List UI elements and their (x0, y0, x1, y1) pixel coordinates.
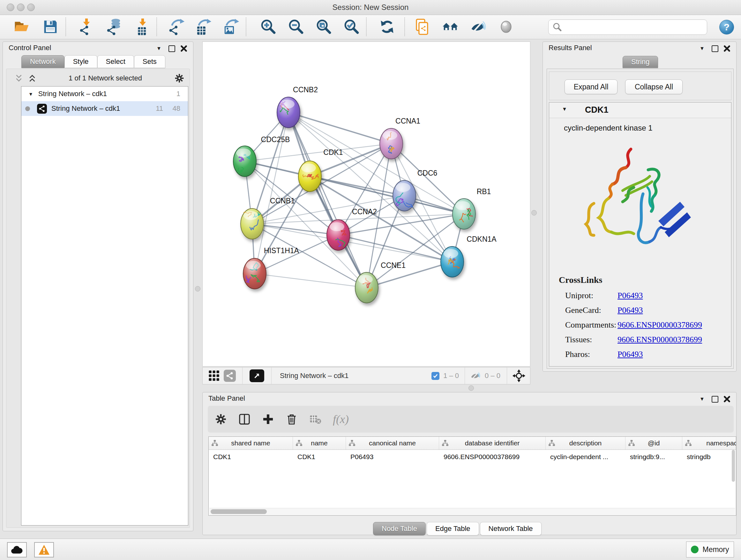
network-collection-row[interactable]: ▼ String Network – cdk1 1 (21, 86, 188, 101)
crosslink-value-link[interactable]: 9606.ENSP00000378699 (617, 335, 702, 345)
tree-expander-icon[interactable]: ▼ (28, 91, 33, 97)
hidden-eye-icon[interactable] (470, 370, 481, 381)
tab-network[interactable]: Network (21, 55, 64, 68)
show-grabbers-button[interactable] (496, 17, 516, 37)
table-cell[interactable]: stringdb (682, 450, 736, 464)
search-input[interactable] (564, 23, 704, 32)
help-button[interactable]: ? (719, 20, 734, 35)
save-session-button[interactable] (40, 17, 61, 37)
open-session-button[interactable] (11, 17, 32, 37)
column-header-namespace[interactable]: namespace (682, 437, 736, 449)
table-horizontal-scrollbar[interactable] (209, 508, 735, 515)
tab-node-table[interactable]: Node Table (373, 522, 426, 536)
memory-button[interactable]: Memory (686, 542, 734, 557)
gene-section-header[interactable]: ▼ CDK1 (549, 103, 731, 118)
horizontal-splitter-handle[interactable] (468, 385, 474, 391)
table-cell[interactable]: CDK1 (209, 450, 293, 464)
graph-edge[interactable] (367, 262, 452, 288)
collapse-all-button[interactable]: Collapse All (625, 79, 683, 94)
crosslink-value-link[interactable]: P06493 (617, 306, 643, 315)
grid-view-icon[interactable] (208, 370, 220, 381)
crosslink-value-link[interactable]: 9606.ENSP00000378699 (617, 320, 702, 330)
tab-network-table[interactable]: Network Table (480, 522, 542, 536)
show-all-button[interactable] (440, 17, 461, 37)
tab-edge-table[interactable]: Edge Table (427, 522, 479, 536)
column-header--id[interactable]: @id (625, 437, 682, 449)
create-column-plus-icon[interactable] (262, 413, 274, 425)
import-network-from-file-button[interactable] (76, 17, 97, 37)
warnings-button[interactable] (34, 542, 54, 557)
column-header-description[interactable]: description (546, 437, 625, 449)
graph-edge[interactable] (310, 176, 464, 214)
network-view-canvas[interactable]: CCNB2CCNA1CDC25BCDK1CDC6RB1CCNB1CCNA2CDK… (202, 42, 530, 367)
graph-node-CCNB2[interactable]: CCNB2 (277, 85, 318, 128)
crosslink-value-link[interactable]: P06493 (617, 291, 643, 300)
zoom-selected-button[interactable] (341, 17, 361, 37)
graph-edge[interactable] (252, 112, 288, 224)
export-network-button[interactable] (166, 17, 187, 37)
panel-menu-icon[interactable]: ▼ (697, 395, 707, 403)
refresh-view-button[interactable] (377, 17, 397, 37)
table-cell[interactable]: cyclin-dependent ... (546, 450, 625, 464)
panel-float-icon[interactable] (167, 44, 177, 53)
tab-string[interactable]: String (623, 56, 658, 68)
column-header-canonical-name[interactable]: canonical name (346, 437, 439, 449)
graph-node-HIST1H1A[interactable]: HIST1H1A (243, 246, 299, 289)
import-table-from-file-button[interactable] (132, 17, 153, 37)
panel-menu-icon[interactable]: ▼ (697, 44, 707, 53)
scrollbar-thumb[interactable] (732, 450, 735, 482)
table-cell[interactable]: 9606.ENSP00000378699 (439, 450, 546, 464)
zoom-in-button[interactable] (258, 17, 278, 37)
graph-node-CDKN1A[interactable]: CDKN1A (441, 235, 496, 277)
panel-close-icon[interactable] (179, 44, 189, 53)
scrollbar-thumb[interactable] (211, 509, 267, 514)
table-cell[interactable]: CDK1 (293, 450, 346, 464)
graph-node-RB1[interactable]: RB1 (453, 187, 491, 229)
network-options-gear-icon[interactable] (174, 73, 185, 83)
table-vertical-scrollbar[interactable] (731, 450, 736, 515)
network-row[interactable]: String Network – cdk1 11 48 (21, 101, 188, 116)
column-header-name[interactable]: name (293, 437, 346, 449)
table-row[interactable]: CDK1CDK1P064939606.ENSP00000378699cyclin… (209, 450, 736, 464)
graph-node-CCNA1[interactable]: CCNA1 (380, 117, 420, 159)
expand-all-button[interactable]: Expand All (564, 79, 617, 94)
export-table-button[interactable] (193, 17, 213, 37)
tab-select[interactable]: Select (97, 55, 134, 68)
delete-column-trash-icon[interactable] (286, 413, 298, 425)
right-splitter-handle[interactable] (531, 210, 537, 215)
left-splitter-handle[interactable] (195, 286, 200, 292)
expand-all-chevron-icon[interactable] (28, 74, 37, 82)
zoom-out-button[interactable] (286, 17, 306, 37)
birds-eye-view-button[interactable] (250, 369, 264, 382)
import-network-from-database-button[interactable] (104, 17, 124, 37)
column-header-shared-name[interactable]: shared name (209, 437, 293, 449)
graph-edge[interactable] (288, 112, 367, 288)
tab-sets[interactable]: Sets (134, 55, 165, 68)
clone-network-button[interactable] (412, 17, 432, 37)
table-cell[interactable]: P06493 (346, 450, 439, 464)
cloud-status-button[interactable] (7, 542, 27, 557)
table-cell[interactable]: stringdb:9... (625, 450, 682, 464)
pan-crosshair-icon[interactable] (512, 369, 526, 382)
hide-selected-button[interactable] (468, 17, 488, 37)
selected-checkbox-icon[interactable] (431, 372, 440, 380)
graph-node-CCNE1[interactable]: CCNE1 (355, 261, 406, 303)
zoom-fit-button[interactable] (313, 17, 334, 37)
panel-float-icon[interactable] (710, 44, 720, 53)
panel-close-icon[interactable] (722, 395, 732, 403)
graph-edge[interactable] (288, 112, 391, 144)
panel-close-icon[interactable] (722, 44, 732, 53)
collapse-all-chevron-icon[interactable] (15, 74, 23, 82)
network-share-icon[interactable] (224, 370, 236, 382)
tab-style[interactable]: Style (64, 55, 97, 68)
graph-edge[interactable] (255, 273, 367, 288)
table-settings-gear-icon[interactable] (215, 413, 227, 425)
export-image-button[interactable] (221, 17, 241, 37)
crosslink-value-link[interactable]: P06493 (617, 350, 643, 359)
section-expander-icon[interactable]: ▼ (562, 106, 567, 112)
panel-float-icon[interactable] (710, 395, 720, 403)
graph-edge[interactable] (252, 224, 338, 235)
panel-menu-icon[interactable]: ▼ (154, 44, 164, 53)
show-columns-icon[interactable] (239, 413, 251, 425)
column-header-database-identifier[interactable]: database identifier (439, 437, 546, 449)
